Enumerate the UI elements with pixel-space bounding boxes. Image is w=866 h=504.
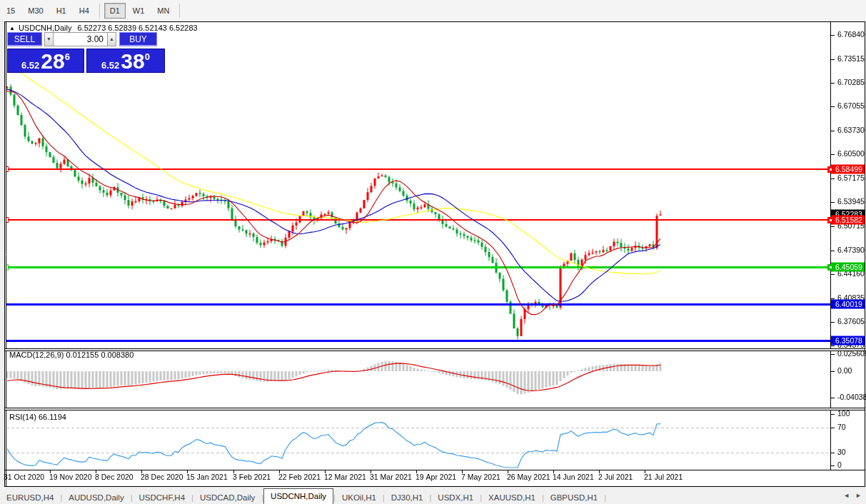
- tab-scroll-left-icon[interactable]: ◄: [843, 492, 850, 499]
- collapse-triangle-icon[interactable]: ▲: [9, 25, 15, 31]
- volume-field[interactable]: 3.00: [54, 32, 107, 46]
- rsi-indicator-label: RSI(14) 66.1194: [9, 413, 66, 421]
- sell-price-small: 6.52: [21, 60, 39, 71]
- volume-decrease-icon[interactable]: ▼: [44, 32, 54, 46]
- tab-eurusd-h4[interactable]: EURUSD,H4: [0, 491, 60, 504]
- tab-gbpusd-h1[interactable]: GBPUSD,H1: [544, 491, 604, 504]
- tab-separator: |: [604, 491, 606, 504]
- tab-usdcnh-daily[interactable]: USDCNH,Daily: [263, 488, 333, 504]
- tab-usdx-h1[interactable]: USDX,H1: [431, 491, 480, 504]
- sell-price-sup: 6: [65, 51, 70, 62]
- macd-indicator-label: MACD(12,26,9) 0.012155 0.008380: [9, 351, 134, 359]
- sell-price-box[interactable]: 6.52 28 6: [7, 49, 84, 73]
- tab-ukoil-h1[interactable]: UKOil,H1: [336, 491, 383, 504]
- tab-usdcad-daily[interactable]: USDCAD,Daily: [193, 491, 261, 504]
- tab-usdchf-h4[interactable]: USDCHF,H4: [133, 491, 192, 504]
- chart-symbol: USDCNH,Daily: [19, 24, 72, 32]
- one-click-trade-panel: SELL ▼ 3.00 ▲ BUY 6.52 28 6 6.52 38 0: [7, 32, 165, 73]
- buy-price-big: 38: [121, 52, 144, 71]
- buy-price-box[interactable]: 6.52 38 0: [86, 49, 165, 73]
- sell-button[interactable]: SELL: [7, 32, 42, 46]
- mt4-window: 15M30H1H4D1W1MN ▲USDCNH,Daily6.52273 6.5…: [0, 0, 866, 504]
- chart-canvas[interactable]: [0, 0, 866, 504]
- chart-tab-bar: EURUSD,H4|AUDUSD,Daily|USDCHF,H4|USDCAD,…: [0, 487, 866, 504]
- volume-increase-icon[interactable]: ▲: [107, 32, 116, 46]
- chart-title: ▲USDCNH,Daily6.52273 6.52839 6.52143 6.5…: [9, 24, 198, 32]
- chart-ohlc: 6.52273 6.52839 6.52143 6.52283: [77, 24, 197, 32]
- tab-scroll-right-icon[interactable]: ►: [855, 492, 862, 499]
- tab-xauusd-h1[interactable]: XAUUSD,H1: [482, 491, 542, 504]
- buy-price-small: 6.52: [101, 60, 119, 71]
- tab-audusd-daily[interactable]: AUDUSD,Daily: [62, 491, 130, 504]
- buy-price-sup: 0: [145, 51, 150, 62]
- tab-scroll-arrows: ◄►: [843, 492, 862, 499]
- buy-button[interactable]: BUY: [119, 32, 157, 46]
- tab-dj30-h1[interactable]: DJ30,H1: [385, 491, 430, 504]
- sell-price-big: 28: [41, 52, 64, 71]
